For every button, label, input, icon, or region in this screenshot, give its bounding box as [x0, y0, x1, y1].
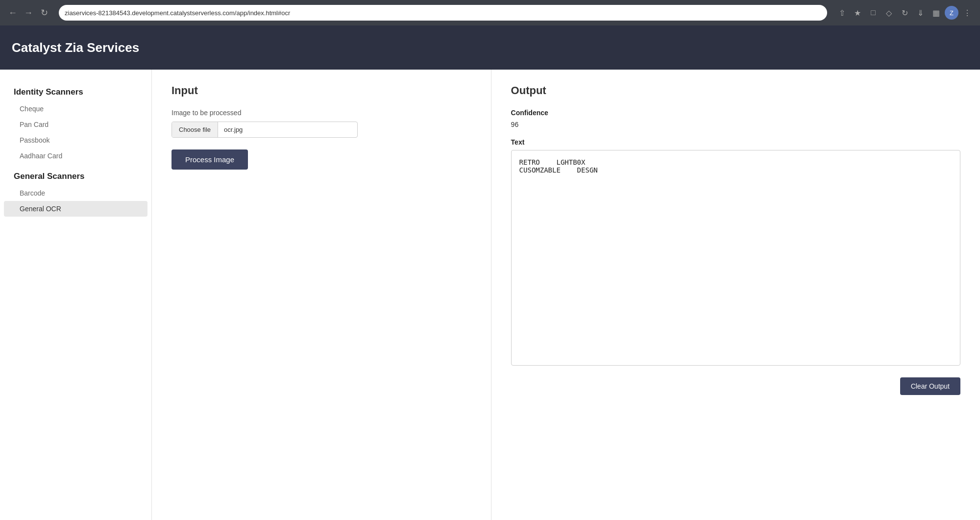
- input-panel-title: Input: [172, 84, 471, 97]
- general-scanners-heading: General Scanners: [0, 168, 151, 185]
- file-input-wrapper: Choose file ocr.jpg: [172, 122, 358, 138]
- sidebar-item-passbook-label: Passbook: [20, 136, 49, 144]
- rotate-icon[interactable]: ↻: [898, 6, 911, 20]
- address-bar[interactable]: ziaservices-821384543.development.cataly…: [59, 5, 827, 21]
- share-icon[interactable]: ⇧: [835, 6, 849, 20]
- main-layout: Identity Scanners Cheque Pan Card Passbo…: [0, 70, 980, 520]
- file-input-label: Image to be processed: [172, 109, 471, 117]
- profile-icon[interactable]: Z: [945, 6, 958, 20]
- sidebar-item-aadhaar-card-label: Aadhaar Card: [20, 152, 62, 160]
- sidebar-item-cheque-label: Cheque: [20, 105, 44, 113]
- sidebar-item-aadhaar-card[interactable]: Aadhaar Card: [0, 148, 151, 164]
- sidebar-icon[interactable]: ▦: [929, 6, 943, 20]
- output-panel-title: Output: [511, 84, 960, 97]
- browser-chrome: ← → ↻ ziaservices-821384543.development.…: [0, 0, 980, 25]
- sidebar-item-general-ocr-label: General OCR: [20, 205, 61, 213]
- output-footer: Clear Output: [511, 375, 960, 395]
- sidebar-item-barcode-label: Barcode: [20, 189, 45, 197]
- text-output-box: RETRO LGHTB0X CUSOMZABLE DESGN: [511, 150, 960, 366]
- confidence-value: 96: [511, 121, 960, 128]
- process-image-button[interactable]: Process Image: [172, 149, 248, 170]
- back-button[interactable]: ←: [6, 6, 20, 20]
- bookmark-icon[interactable]: ★: [851, 6, 864, 20]
- sidebar-item-general-ocr[interactable]: General OCR: [4, 201, 147, 217]
- puzzle-icon[interactable]: ◇: [882, 6, 896, 20]
- sidebar-item-pan-card-label: Pan Card: [20, 121, 49, 128]
- confidence-label: Confidence: [511, 109, 960, 117]
- app-header: Catalyst Zia Services: [0, 25, 980, 70]
- download-icon[interactable]: ⇓: [913, 6, 927, 20]
- sidebar-item-barcode[interactable]: Barcode: [0, 185, 151, 201]
- sidebar-item-cheque[interactable]: Cheque: [0, 101, 151, 117]
- clear-output-button[interactable]: Clear Output: [900, 377, 960, 395]
- sidebar-item-pan-card[interactable]: Pan Card: [0, 117, 151, 132]
- menu-icon[interactable]: ⋮: [960, 6, 974, 20]
- file-name-display: ocr.jpg: [218, 122, 357, 137]
- app-title: Catalyst Zia Services: [12, 40, 139, 55]
- identity-scanners-heading: Identity Scanners: [0, 83, 151, 101]
- sidebar-item-passbook[interactable]: Passbook: [0, 132, 151, 148]
- reload-button[interactable]: ↻: [37, 6, 51, 20]
- sidebar: Identity Scanners Cheque Pan Card Passbo…: [0, 70, 152, 520]
- extension-icon[interactable]: □: [866, 6, 880, 20]
- forward-button[interactable]: →: [22, 6, 35, 20]
- browser-action-buttons: ⇧ ★ □ ◇ ↻ ⇓ ▦ Z ⋮: [835, 6, 974, 20]
- text-output-label: Text: [511, 138, 960, 146]
- browser-nav-buttons: ← → ↻: [6, 6, 51, 20]
- input-panel: Input Image to be processed Choose file …: [152, 70, 491, 520]
- choose-file-button[interactable]: Choose file: [172, 122, 218, 137]
- output-panel: Output Confidence 96 Text RETRO LGHTB0X …: [491, 70, 980, 520]
- url-text: ziaservices-821384543.development.cataly…: [65, 9, 290, 17]
